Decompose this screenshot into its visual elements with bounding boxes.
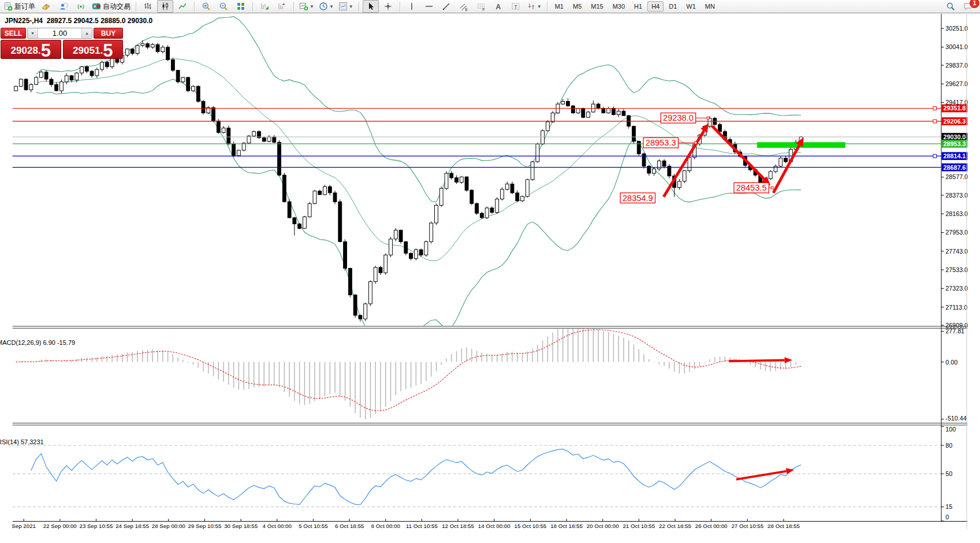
timeframe-button-m5[interactable]: M5 [569, 1, 586, 12]
pane-separator[interactable] [13, 423, 968, 425]
cursor-icon[interactable] [363, 0, 379, 13]
rsi-label: RSI(14) 57.3231 [0, 438, 44, 445]
svg-text:30251.0: 30251.0 [945, 25, 968, 32]
text-label-icon[interactable]: T [508, 0, 524, 13]
sell-button[interactable]: SELL [1, 28, 26, 39]
pane-separator[interactable] [13, 326, 968, 328]
auto-scroll-icon[interactable] [256, 0, 273, 13]
svg-text:0.00: 0.00 [945, 359, 957, 366]
trendline-icon[interactable] [438, 0, 454, 13]
svg-text:14 Oct 00:00: 14 Oct 00:00 [478, 523, 511, 529]
svg-text:4 Oct 00:00: 4 Oct 00:00 [263, 523, 292, 529]
mt4-terminal: 新订单自动交易▼▼▼EFAT▼M1M5M15M30H1H4D1W1MN1 292… [0, 0, 980, 543]
period-clock-icon[interactable]: ▼ [317, 0, 336, 13]
toolbar: 新订单自动交易▼▼▼EFAT▼M1M5M15M30H1H4D1W1MN1 [0, 0, 980, 13]
autotrading-icon-label: 自动交易 [103, 2, 131, 12]
svg-text:15: 15 [945, 503, 952, 510]
notification-badge: 1 [970, 0, 979, 8]
svg-text:277.81: 277.81 [945, 328, 964, 334]
timeframe-button-w1[interactable]: W1 [682, 1, 700, 12]
svg-text:15 Oct 10:55: 15 Oct 10:55 [514, 523, 546, 529]
toolbar-separator [400, 2, 400, 12]
new-chart-icon[interactable]: ▼ [297, 0, 316, 13]
tile-windows-icon[interactable] [233, 0, 249, 13]
buy-price-main: 29051 [73, 46, 100, 58]
macd-histogram [16, 325, 801, 419]
svg-text:0: 0 [945, 514, 949, 520]
search-icon[interactable] [942, 0, 959, 13]
svg-text:28577.0: 28577.0 [945, 173, 968, 180]
timeframe-button-m30[interactable]: M30 [609, 1, 629, 12]
price-chart[interactable]: 29238.028953.328354.928453.530251.030041… [0, 14, 980, 543]
sell-price-main: 29028 [11, 46, 38, 58]
community-icon[interactable] [55, 0, 72, 13]
svg-text:28354.9: 28354.9 [623, 194, 653, 203]
timeframe-button-m1[interactable]: M1 [551, 1, 568, 12]
arrows-icon[interactable]: ▼ [525, 0, 543, 13]
notifications-icon[interactable]: 1 [960, 0, 976, 13]
svg-text:Sep 2021: Sep 2021 [12, 523, 36, 529]
line-chart-icon[interactable] [174, 0, 191, 13]
toolbar-separator [547, 2, 547, 12]
buy-button[interactable]: BUY [94, 28, 123, 39]
templates-icon[interactable]: ▼ [337, 0, 355, 13]
vertical-line-icon[interactable] [404, 0, 420, 13]
price-level-line[interactable] [13, 107, 941, 110]
sell-price-frac: 5 [41, 43, 51, 58]
fibonacci-icon[interactable]: F [473, 0, 489, 13]
svg-text:23 Sep 10:55: 23 Sep 10:55 [80, 523, 113, 529]
svg-text:28373.0: 28373.0 [945, 192, 968, 199]
sell-price-box[interactable]: 29028.5 [1, 40, 61, 59]
svg-text:27743.0: 27743.0 [945, 248, 968, 255]
horizontal-line-icon[interactable] [421, 0, 437, 13]
timeframe-button-h4[interactable]: H4 [647, 1, 664, 12]
svg-text:T: T [514, 4, 517, 10]
timeframe-button-m15[interactable]: M15 [587, 1, 607, 12]
toolbar-separator [293, 2, 294, 12]
svg-text:30 Sep 18:55: 30 Sep 18:55 [224, 523, 258, 529]
candlestick-chart-icon[interactable] [157, 0, 173, 13]
svg-text:26 Oct 00:00: 26 Oct 00:00 [695, 523, 728, 529]
rsi-line [31, 449, 801, 504]
toolbar-separator [359, 2, 359, 12]
price-level-line[interactable] [13, 120, 941, 123]
volume-increase-button[interactable]: ▲ [81, 28, 92, 38]
zoom-out-icon[interactable] [215, 0, 232, 13]
metaeditor-icon[interactable] [38, 0, 54, 13]
svg-text:100: 100 [945, 426, 956, 433]
price-level-line[interactable] [13, 154, 941, 158]
svg-text:11 Oct 10:55: 11 Oct 10:55 [406, 523, 438, 529]
new-order-icon-label: 新订单 [14, 2, 35, 12]
buy-price-box[interactable]: 29051.5 [63, 40, 124, 59]
volume-decrease-button[interactable]: ▼ [28, 28, 38, 38]
price-axis[interactable]: 30251.030041.029837.029627.029417.028577… [941, 14, 968, 521]
candlesticks [14, 40, 803, 322]
bar-chart-icon[interactable] [140, 0, 156, 13]
chevron-down-icon: ▼ [329, 4, 334, 9]
svg-text:50: 50 [945, 470, 952, 477]
autotrading-icon[interactable]: 自动交易 [90, 0, 132, 13]
svg-text:27 Oct 10:55: 27 Oct 10:55 [731, 523, 763, 529]
svg-text:A: A [495, 3, 501, 11]
chart-window[interactable]: 29238.028953.328354.928453.530251.030041… [0, 14, 980, 543]
timeframe-button-d1[interactable]: D1 [665, 1, 681, 12]
svg-text:27533.0: 27533.0 [945, 266, 968, 273]
equidistant-channel-icon[interactable]: E [456, 0, 472, 13]
svg-text:28953.3: 28953.3 [646, 138, 676, 147]
crosshair-icon[interactable] [380, 0, 396, 13]
signals-icon[interactable] [73, 0, 89, 13]
svg-text:5 Oct 10:55: 5 Oct 10:55 [299, 523, 327, 529]
new-order-icon[interactable]: 新订单 [2, 0, 37, 13]
rsi-trend-arrow[interactable] [736, 468, 794, 479]
toolbar-separator [136, 2, 136, 12]
zoom-in-icon[interactable] [198, 0, 214, 13]
svg-text:-510.44: -510.44 [945, 415, 966, 422]
volume-value[interactable]: 1.00 [38, 28, 81, 38]
timeframe-button-h1[interactable]: H1 [630, 1, 646, 12]
timeframe-button-mn[interactable]: MN [701, 1, 719, 12]
svg-text:18 Oct 18:55: 18 Oct 18:55 [550, 523, 583, 529]
chart-shift-icon[interactable] [274, 0, 290, 13]
time-axis[interactable]: Sep 202122 Sep 00:0023 Sep 10:5524 Sep 1… [12, 519, 967, 529]
text-icon[interactable]: A [490, 0, 506, 13]
svg-text:8 Oct 00:00: 8 Oct 00:00 [371, 523, 401, 529]
